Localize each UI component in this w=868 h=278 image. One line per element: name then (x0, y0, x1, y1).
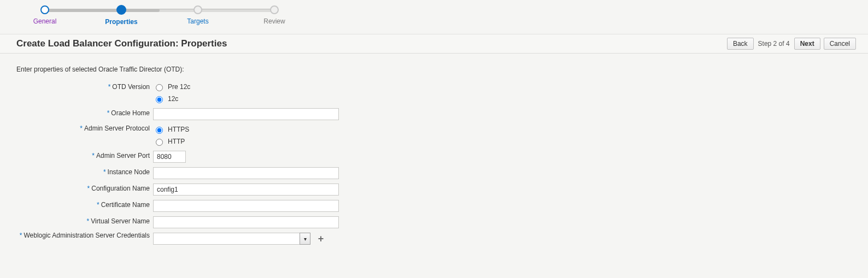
wizard-step-label: Review (242, 17, 307, 25)
radio-input[interactable] (156, 84, 163, 91)
instance-node-input[interactable] (153, 167, 339, 179)
label-text: Admin Server Protocol (84, 125, 150, 132)
wizard-node-icon (270, 5, 279, 14)
page-title: Create Load Balancer Configuration: Prop… (16, 38, 227, 49)
label-text: Configuration Name (91, 185, 150, 192)
label-vserver-name: *Virtual Server Name (16, 215, 153, 225)
label-text: Certificate Name (101, 201, 150, 209)
back-button[interactable]: Back (727, 38, 754, 50)
page-header: Create Load Balancer Configuration: Prop… (0, 34, 868, 54)
radio-label: HTTP (168, 137, 185, 146)
row-wls-creds: *Weblogic Administration Server Credenti… (16, 232, 852, 245)
field-vserver-name (153, 215, 339, 228)
radio-protocol-http[interactable]: HTTP (153, 137, 189, 146)
label-text: Virtual Server Name (91, 217, 150, 225)
wls-creds-input[interactable] (153, 233, 300, 245)
radio-input[interactable] (156, 96, 163, 103)
required-icon: * (107, 109, 110, 117)
required-icon: * (92, 152, 95, 159)
radio-label: 12c (168, 94, 178, 104)
radio-protocol-https[interactable]: HTTPS (153, 125, 189, 134)
label-instance-node: *Instance Node (16, 166, 153, 176)
row-oracle-home: *Oracle Home (16, 107, 852, 120)
required-icon: * (97, 201, 99, 209)
field-admin-port (153, 150, 186, 163)
wizard-node-icon (40, 5, 49, 14)
field-otd-version: Pre 12c 12c (153, 81, 190, 104)
required-icon: * (87, 217, 90, 225)
config-name-input[interactable] (153, 184, 339, 196)
wls-creds-combo[interactable]: ▾ (153, 233, 310, 245)
cert-name-input[interactable] (153, 200, 339, 212)
wizard-step-targets[interactable]: Targets (165, 3, 231, 25)
wizard-step-label: General (12, 17, 78, 25)
label-text: Oracle Home (111, 109, 150, 117)
row-config-name: *Configuration Name (16, 182, 852, 196)
row-instance-node: *Instance Node (16, 166, 852, 179)
required-icon: * (103, 168, 106, 176)
wizard-step-properties[interactable]: Properties (89, 3, 154, 26)
radio-otd-pre12c[interactable]: Pre 12c (153, 82, 190, 92)
radio-input[interactable] (156, 139, 163, 146)
radio-label: HTTPS (168, 125, 189, 134)
row-admin-port: *Admin Server Port (16, 150, 852, 163)
label-text: OTD Version (112, 83, 150, 91)
intro-text: Enter properties of selected Oracle Traf… (16, 66, 852, 73)
label-wls-creds: *Weblogic Administration Server Credenti… (16, 232, 153, 239)
row-cert-name: *Certificate Name (16, 199, 852, 212)
form-content: Enter properties of selected Oracle Traf… (0, 54, 868, 245)
wizard-step-label: Properties (89, 18, 154, 26)
field-oracle-home (153, 107, 339, 120)
cancel-button[interactable]: Cancel (824, 38, 856, 50)
field-config-name (153, 182, 339, 196)
row-admin-protocol: *Admin Server Protocol HTTPS HTTP (16, 123, 852, 146)
label-cert-name: *Certificate Name (16, 199, 153, 209)
row-vserver-name: *Virtual Server Name (16, 215, 852, 228)
admin-port-input[interactable] (153, 151, 186, 163)
field-wls-creds: ▾ + (153, 232, 326, 245)
label-text: Instance Node (108, 168, 150, 176)
next-button[interactable]: Next (794, 38, 820, 50)
required-icon: * (87, 185, 90, 192)
required-icon: * (80, 125, 83, 132)
label-admin-port: *Admin Server Port (16, 150, 153, 159)
chevron-down-icon[interactable]: ▾ (300, 233, 310, 245)
wizard-step-general[interactable]: General (12, 3, 78, 25)
radio-otd-12c[interactable]: 12c (153, 94, 190, 104)
row-otd-version: *OTD Version Pre 12c 12c (16, 81, 852, 104)
wizard-train: General Properties Targets Review (39, 3, 291, 34)
field-cert-name (153, 199, 339, 212)
radio-input[interactable] (156, 127, 163, 134)
required-icon: * (108, 83, 111, 91)
wizard-step-review: Review (242, 3, 307, 25)
radio-label: Pre 12c (168, 82, 190, 92)
field-instance-node (153, 166, 339, 179)
label-text: Weblogic Administration Server Credentia… (24, 232, 150, 239)
label-admin-protocol: *Admin Server Protocol (16, 123, 153, 132)
wizard-step-label: Targets (165, 17, 231, 25)
step-indicator: Step 2 of 4 (757, 40, 791, 48)
label-oracle-home: *Oracle Home (16, 107, 153, 117)
wizard-nav-buttons: Back Step 2 of 4 Next Cancel (727, 38, 856, 50)
field-admin-protocol: HTTPS HTTP (153, 123, 189, 146)
vserver-name-input[interactable] (153, 216, 339, 228)
plus-icon[interactable]: + (314, 233, 326, 245)
wizard-node-icon (116, 5, 126, 15)
required-icon: * (20, 232, 22, 239)
label-config-name: *Configuration Name (16, 182, 153, 192)
oracle-home-input[interactable] (153, 108, 339, 120)
label-text: Admin Server Port (96, 152, 150, 159)
label-otd-version: *OTD Version (16, 81, 153, 91)
wizard-node-icon (193, 5, 202, 14)
